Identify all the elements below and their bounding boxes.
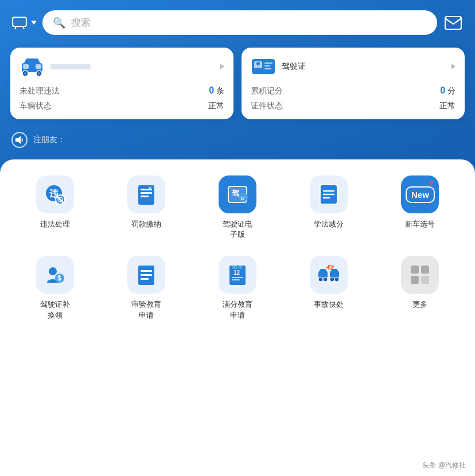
score-row: 累积记分 0 分: [251, 85, 455, 96]
service-learn[interactable]: 学法减分: [283, 175, 375, 240]
search-bar[interactable]: 🔍 搜索: [42, 10, 437, 35]
svg-rect-3: [445, 17, 461, 29]
service-elicense[interactable]: 驾 e 驾驶证电 子版: [192, 175, 283, 240]
svg-rect-17: [264, 65, 270, 67]
header-left: [11, 15, 37, 31]
svg-rect-68: [421, 276, 429, 284]
svg-rect-47: [141, 278, 149, 280]
fine-icon: ≡ ¥: [127, 175, 165, 213]
footer: 头条 @汽修社: [422, 461, 466, 470]
svg-rect-0: [13, 17, 26, 26]
vehicle-status-value: 正常: [208, 101, 224, 111]
svg-point-14: [256, 62, 260, 65]
license-card-header-left: 驾驶证: [251, 56, 306, 77]
svg-rect-18: [264, 68, 271, 69]
violations-row: 未处理违法 0 条: [20, 85, 224, 96]
license-card-chevron[interactable]: [451, 64, 455, 69]
mail-button[interactable]: [443, 13, 464, 33]
cards-row: 未处理违法 0 条 车辆状态 正常: [0, 43, 475, 127]
service-fine[interactable]: ≡ ¥ 罚款缴纳: [100, 175, 192, 240]
svg-rect-53: [232, 279, 240, 280]
svg-text:12: 12: [233, 270, 240, 276]
svg-rect-27: [141, 192, 152, 194]
vehicle-card-header: [20, 56, 224, 77]
service-accident[interactable]: 事故快处: [283, 256, 375, 320]
svg-point-61: [334, 277, 339, 282]
learn-label: 学法减分: [314, 219, 344, 229]
svg-point-56: [318, 277, 323, 282]
violation-icon: 违: [36, 175, 74, 213]
svg-line-64: [331, 266, 333, 269]
svg-point-11: [38, 72, 40, 75]
svg-text:¥: ¥: [148, 185, 152, 191]
newcar-label: 新车选号: [405, 219, 435, 229]
search-input-placeholder[interactable]: 搜索: [71, 16, 91, 29]
fine-label: 罚款缴纳: [131, 219, 161, 229]
svg-text:e: e: [241, 195, 244, 201]
svg-text:≡: ≡: [144, 185, 147, 191]
chevron-down-icon[interactable]: [31, 21, 37, 25]
svg-marker-19: [15, 136, 21, 144]
accident-label: 事故快处: [314, 299, 344, 310]
svg-text:$: $: [57, 274, 61, 282]
violations-value: 0 条: [209, 85, 224, 96]
audit-icon: [127, 256, 165, 294]
svg-rect-50: [239, 266, 242, 269]
services-grid: 违 违法处理 ≡ ¥: [9, 175, 466, 321]
svg-text:驾: 驾: [231, 189, 239, 197]
svg-rect-46: [141, 274, 152, 276]
svg-point-10: [24, 72, 26, 75]
audit-label: 审验教育 申请: [131, 299, 161, 320]
notice-bar: 注朋友：: [0, 127, 475, 153]
service-fullscore[interactable]: 12 满分教育 申请: [192, 256, 283, 320]
svg-rect-52: [232, 277, 243, 278]
footer-text: 头条 @汽修社: [422, 461, 466, 469]
elicense-icon: 驾 e: [219, 175, 256, 213]
svg-rect-49: [232, 266, 238, 269]
search-icon: 🔍: [53, 17, 65, 29]
accident-icon: [310, 256, 348, 294]
vehicle-card-chevron[interactable]: [220, 64, 224, 69]
svg-marker-55: [318, 269, 328, 272]
renew-icon: $: [36, 256, 74, 294]
cert-status-value: 正常: [439, 101, 455, 111]
service-violation[interactable]: 违 违法处理: [9, 175, 100, 240]
svg-rect-67: [411, 276, 419, 284]
service-newcar[interactable]: New 新车选号: [375, 175, 466, 240]
more-icon: [401, 256, 439, 294]
new-badge-inner: New: [406, 186, 435, 203]
speaker-icon: [11, 132, 28, 148]
svg-rect-65: [411, 266, 419, 274]
svg-point-60: [330, 277, 334, 282]
new-dot: [430, 181, 433, 185]
violation-label: 违法处理: [40, 219, 70, 229]
elicense-label: 驾驶证电 子版: [223, 219, 252, 240]
svg-rect-16: [264, 63, 272, 64]
app-icon: [11, 15, 28, 31]
svg-rect-45: [141, 270, 152, 272]
svg-point-57: [323, 277, 328, 282]
service-renew[interactable]: $ 驾驶证补 换领: [9, 256, 100, 320]
vehicle-card-header-left: [20, 56, 91, 77]
license-card[interactable]: 驾驶证 累积记分 0 分 证件状态 正常: [242, 48, 465, 119]
score-label: 累积记分: [251, 86, 283, 96]
svg-rect-15: [254, 68, 262, 69]
cert-status-row: 证件状态 正常: [251, 101, 455, 111]
svg-point-41: [49, 267, 57, 275]
renew-label: 驾驶证补 换领: [40, 299, 70, 320]
vehicle-status-label: 车辆状态: [20, 101, 52, 111]
license-icon: [251, 56, 276, 77]
vehicle-card[interactable]: 未处理违法 0 条 车辆状态 正常: [10, 48, 233, 119]
vehicle-status-row: 车辆状态 正常: [20, 101, 224, 111]
notice-text: 注朋友：: [33, 135, 65, 145]
service-audit[interactable]: 审验教育 申请: [100, 256, 192, 320]
svg-rect-6: [23, 64, 29, 69]
newcar-icon: New: [401, 175, 439, 213]
license-card-header: 驾驶证: [251, 56, 455, 77]
score-value: 0 分: [440, 85, 455, 96]
svg-marker-5: [24, 58, 40, 63]
learn-icon: [310, 175, 348, 213]
license-card-title: 驾驶证: [282, 61, 306, 72]
service-more[interactable]: 更多: [375, 256, 466, 320]
svg-rect-7: [36, 64, 41, 69]
